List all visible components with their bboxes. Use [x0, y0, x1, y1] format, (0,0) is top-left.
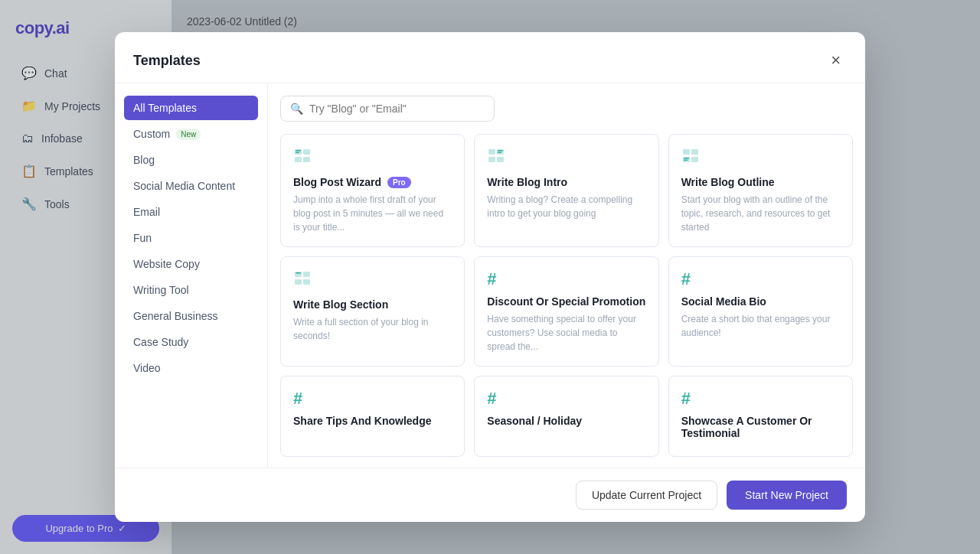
svg-rect-22 [296, 272, 301, 274]
svg-rect-5 [296, 152, 299, 154]
seasonal-icon: # [487, 389, 645, 409]
pro-badge: Pro [387, 177, 411, 188]
category-general-business[interactable]: General Business [124, 304, 258, 328]
blog-post-wizard-desc: Jump into a whole first draft of your bl… [293, 193, 452, 234]
template-card-discount[interactable]: # Discount Or Special Promotion Have som… [474, 256, 658, 367]
svg-rect-8 [488, 157, 495, 162]
new-badge: New [176, 129, 201, 140]
write-blog-outline-title: Write Blog Outline [681, 176, 840, 188]
category-custom[interactable]: Custom New [124, 122, 258, 146]
template-card-seasonal[interactable]: # Seasonal / Holiday [474, 376, 658, 457]
website-copy-label: Website Copy [133, 258, 200, 270]
svg-rect-13 [691, 149, 698, 155]
template-card-blog-post-wizard[interactable]: Blog Post Wizard Pro Jump into a whole f… [280, 134, 465, 247]
social-bio-title: Social Media Bio [681, 295, 840, 308]
svg-rect-21 [303, 279, 310, 285]
share-tips-title: Share Tips And Knowledge [293, 415, 452, 427]
svg-rect-19 [303, 272, 310, 277]
modal-header: Templates × [115, 32, 865, 83]
case-study-label: Case Study [133, 336, 188, 348]
templates-grid-wrapper: Blog Post Wizard Pro Jump into a whole f… [268, 128, 865, 468]
modal-body: All Templates Custom New Blog Social Med… [115, 83, 865, 468]
write-blog-outline-desc: Start your blog with an outline of the t… [681, 193, 840, 234]
category-social-media[interactable]: Social Media Content [124, 174, 258, 198]
modal-title: Templates [133, 53, 201, 69]
search-icon: 🔍 [290, 103, 303, 115]
write-blog-section-icon [293, 269, 452, 292]
category-blog[interactable]: Blog [124, 148, 258, 172]
template-card-share-tips[interactable]: # Share Tips And Knowledge [280, 376, 465, 457]
blog-post-wizard-icon [293, 147, 452, 170]
discount-title: Discount Or Special Promotion [487, 295, 645, 308]
custom-label: Custom [133, 128, 170, 140]
category-website-copy[interactable]: Website Copy [124, 252, 258, 276]
social-bio-icon: # [681, 269, 840, 289]
modal-footer: Update Current Project Start New Project [115, 468, 865, 522]
modal-category-sidebar: All Templates Custom New Blog Social Med… [115, 83, 268, 468]
template-card-write-blog-intro[interactable]: Write Blog Intro Writing a blog? Create … [474, 134, 658, 247]
discount-icon: # [487, 269, 645, 289]
seasonal-title: Seasonal / Holiday [487, 415, 645, 427]
social-media-label: Social Media Content [133, 180, 235, 192]
svg-rect-4 [296, 150, 301, 152]
svg-rect-16 [684, 158, 689, 159]
svg-rect-2 [295, 157, 302, 162]
template-card-write-blog-outline[interactable]: Write Blog Outline Start your blog with … [668, 134, 853, 247]
write-blog-outline-icon [681, 147, 840, 170]
svg-rect-10 [498, 150, 503, 152]
discount-desc: Have something special to offer your cus… [487, 312, 645, 354]
template-card-showcase[interactable]: # Showcase A Customer Or Testimonial [668, 376, 853, 457]
social-bio-desc: Create a short bio that engages your aud… [681, 312, 840, 340]
write-blog-section-desc: Write a full section of your blog in sec… [293, 315, 452, 343]
email-label: Email [133, 206, 160, 218]
category-video[interactable]: Video [124, 356, 258, 380]
svg-rect-20 [295, 279, 302, 285]
all-templates-label: All Templates [133, 102, 197, 114]
write-blog-intro-title: Write Blog Intro [487, 176, 645, 188]
category-writing-tool[interactable]: Writing Tool [124, 278, 258, 302]
modal-close-button[interactable]: × [825, 47, 847, 73]
svg-rect-11 [498, 152, 501, 154]
blog-label: Blog [133, 154, 155, 166]
video-label: Video [133, 362, 161, 374]
svg-rect-17 [684, 160, 688, 161]
svg-rect-12 [683, 149, 690, 155]
write-blog-intro-icon [487, 147, 645, 170]
blog-post-wizard-title: Blog Post Wizard Pro [293, 176, 452, 188]
svg-rect-15 [691, 157, 698, 162]
svg-rect-9 [497, 157, 504, 162]
search-wrapper[interactable]: 🔍 [280, 96, 495, 122]
search-input[interactable] [309, 103, 485, 115]
fun-label: Fun [133, 232, 152, 244]
svg-rect-1 [303, 149, 310, 155]
templates-modal: Templates × All Templates Custom New Blo… [115, 32, 865, 522]
svg-rect-6 [488, 149, 495, 155]
category-fun[interactable]: Fun [124, 226, 258, 250]
template-card-write-blog-section[interactable]: Write Blog Section Write a full section … [280, 256, 465, 367]
modal-right-content: 🔍 [268, 83, 865, 468]
templates-grid: Blog Post Wizard Pro Jump into a whole f… [280, 134, 853, 457]
category-email[interactable]: Email [124, 200, 258, 224]
share-tips-icon: # [293, 389, 452, 409]
search-bar: 🔍 [268, 83, 865, 128]
showcase-icon: # [681, 389, 840, 409]
template-card-social-media-bio[interactable]: # Social Media Bio Create a short bio th… [668, 256, 853, 367]
update-current-project-button[interactable]: Update Current Project [576, 481, 717, 510]
modal-overlay[interactable]: Templates × All Templates Custom New Blo… [0, 0, 980, 554]
writing-tool-label: Writing Tool [133, 284, 189, 296]
general-business-label: General Business [133, 310, 218, 322]
category-case-study[interactable]: Case Study [124, 330, 258, 354]
write-blog-intro-desc: Writing a blog? Create a compelling intr… [487, 193, 645, 220]
showcase-title: Showcase A Customer Or Testimonial [681, 415, 840, 439]
write-blog-section-title: Write Blog Section [293, 298, 452, 311]
start-new-project-button[interactable]: Start New Project [727, 481, 847, 510]
category-all-templates[interactable]: All Templates [124, 96, 258, 120]
svg-rect-3 [303, 157, 310, 162]
